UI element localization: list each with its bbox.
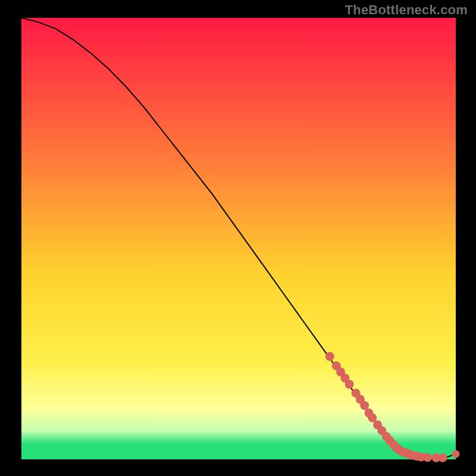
tail-dot bbox=[452, 450, 460, 458]
bottleneck-chart bbox=[0, 0, 476, 476]
tail-dot bbox=[423, 453, 432, 462]
tail-dot bbox=[345, 380, 354, 389]
chart-frame: { "watermark": "TheBottleneck.com", "col… bbox=[0, 0, 476, 476]
tail-dot bbox=[360, 401, 369, 410]
plot-background bbox=[21, 18, 456, 459]
tail-dot bbox=[439, 453, 447, 462]
tail-dot bbox=[325, 352, 334, 361]
